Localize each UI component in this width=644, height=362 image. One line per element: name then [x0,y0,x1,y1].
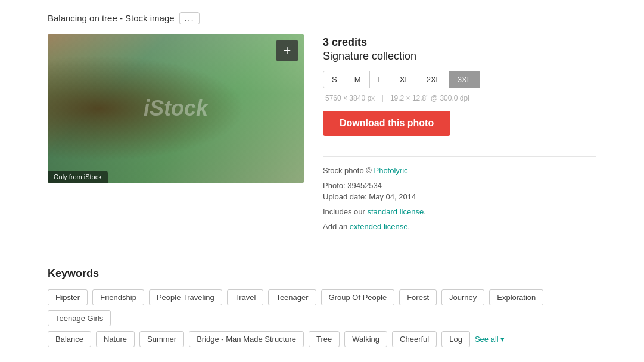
breadcrumb: Balancing on tree - Stock image ... [48,12,596,24]
upload-label: Upload date: [323,192,367,201]
keyword-tag[interactable]: Teenage Girls [48,310,111,326]
keyword-tag[interactable]: Balance [48,331,91,347]
photo-number-line: Photo: 39452534 [323,181,596,190]
keywords-title: Keywords [48,267,596,280]
keyword-tag[interactable]: Teenager [268,289,316,305]
keywords-row-2: BalanceNatureSummerBridge - Man Made Str… [48,331,596,347]
keyword-tag[interactable]: Exploration [489,289,543,305]
standard-license-link[interactable]: standard license [367,207,424,216]
photo-number-label: Photo: [323,181,346,190]
size-btn-m[interactable]: M [346,71,370,88]
size-btn-s[interactable]: S [323,71,346,88]
keyword-tag[interactable]: People Traveling [149,289,222,305]
keywords-section: Keywords HipsterFriendshipPeople Traveli… [48,255,596,347]
size-btn-2xl[interactable]: 2XL [418,71,449,88]
keyword-tag[interactable]: Cheerful [392,331,437,347]
size-selector: S M L XL 2XL 3XL [323,71,596,88]
breadcrumb-title: Balancing on tree - Stock image [48,13,175,23]
stock-label: Stock photo © [323,166,372,175]
size-btn-xl[interactable]: XL [391,71,418,88]
keyword-tag[interactable]: Log [441,331,470,347]
collection-label: Signature collection [323,50,596,63]
photo-number-value: 39452534 [347,181,382,190]
dimensions-in: 19.2 × 12.8" @ 300.0 dpi [390,94,469,102]
keyword-tag[interactable]: Travel [227,289,264,305]
page-wrapper: Balancing on tree - Stock image ... iSto… [0,0,644,362]
ellipsis-button[interactable]: ... [179,12,200,24]
keyword-tag[interactable]: Journey [441,289,484,305]
standard-license-line: Includes our standard license. [323,207,596,216]
keyword-tag[interactable]: Bridge - Man Made Structure [189,331,304,347]
keyword-tag[interactable]: Group Of People [321,289,395,305]
watermark: iStock [144,96,208,121]
stock-photo-line: Stock photo © Photolyric [323,166,596,175]
size-btn-l[interactable]: L [369,71,391,88]
photographer-link[interactable]: Photolyric [374,166,407,175]
download-button[interactable]: Download this photo [323,111,450,136]
keyword-tag[interactable]: Nature [96,331,135,347]
keywords-row-1: HipsterFriendshipPeople TravelingTravelT… [48,289,596,326]
stock-image: iStock Only from iStock [48,34,304,183]
divider [323,156,596,157]
extended-suffix: . [407,222,410,231]
extended-license-link[interactable]: extended license [350,222,408,231]
image-container: iStock Only from iStock + [48,34,304,183]
see-all-button[interactable]: See all ▾ [475,331,505,347]
keyword-tag[interactable]: Tree [309,331,340,347]
upload-date-value: May 04, 2014 [369,192,416,201]
credits-label: 3 credits [323,36,596,49]
size-btn-3xl[interactable]: 3XL [449,71,480,88]
license-prefix: Includes our [323,207,365,216]
extended-license-line: Add an extended license. [323,222,596,231]
dimensions-px: 5760 × 3840 px [325,94,375,102]
license-suffix: . [424,207,426,216]
content-area: iStock Only from iStock + 3 credits Sign… [48,34,596,231]
plus-button[interactable]: + [276,40,298,61]
separator: | [381,94,383,102]
keyword-tag[interactable]: Walking [344,331,387,347]
keyword-tag[interactable]: Friendship [92,289,144,305]
right-panel: 3 credits Signature collection S M L XL … [323,34,596,231]
keyword-tag[interactable]: Hipster [48,289,88,305]
keyword-tag[interactable]: Forest [399,289,437,305]
keyword-tag[interactable]: Summer [139,331,184,347]
extended-prefix: Add an [323,222,347,231]
only-from-badge: Only from iStock [48,171,108,183]
dimensions-line: 5760 × 3840 px | 19.2 × 12.8" @ 300.0 dp… [323,94,596,102]
upload-date-line: Upload date: May 04, 2014 [323,192,596,201]
